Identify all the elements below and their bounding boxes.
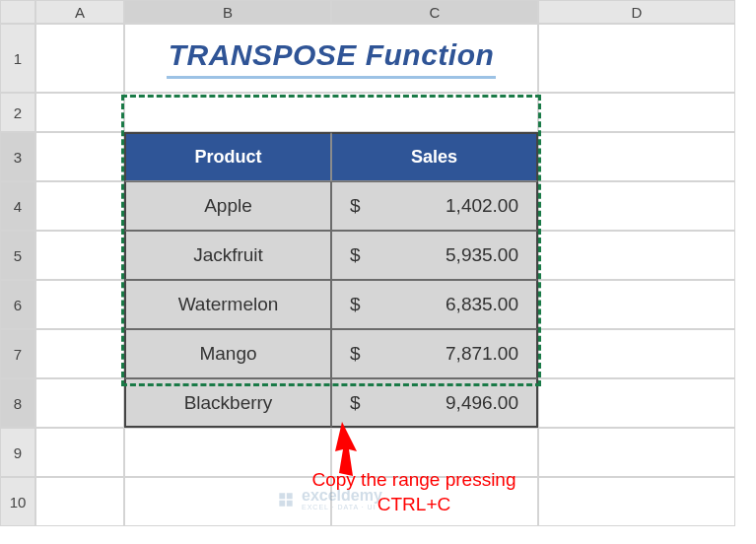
cell-bc2[interactable] <box>124 93 538 132</box>
cell-a8[interactable] <box>35 378 124 428</box>
row-header-5[interactable]: 5 <box>0 231 35 280</box>
sales-value: 5,935.00 <box>446 244 518 266</box>
cell-a9[interactable] <box>35 428 124 477</box>
table-header-product[interactable]: Product <box>124 132 331 181</box>
table-cell-product-0[interactable]: Apple <box>124 181 331 231</box>
cell-d6[interactable] <box>538 280 735 329</box>
cell-a3[interactable] <box>35 132 124 181</box>
cell-d7[interactable] <box>538 329 735 378</box>
table-cell-sales-2[interactable]: $6,835.00 <box>331 280 538 329</box>
row-header-2[interactable]: 2 <box>0 93 35 132</box>
sales-value: 9,496.00 <box>446 392 518 414</box>
select-all-corner[interactable] <box>0 0 35 24</box>
cell-d1[interactable] <box>538 24 735 93</box>
table-cell-sales-3[interactable]: $7,871.00 <box>331 329 538 378</box>
cell-a7[interactable] <box>35 329 124 378</box>
cell-d8[interactable] <box>538 378 735 428</box>
table-cell-sales-1[interactable]: $5,935.00 <box>331 231 538 280</box>
row-header-3[interactable]: 3 <box>0 132 35 181</box>
page-title: TRANSPOSE Function <box>167 38 497 79</box>
col-header-d[interactable]: D <box>538 0 735 24</box>
sales-value: 7,871.00 <box>446 343 518 365</box>
annotation-line1: Copy the range pressing <box>286 468 542 493</box>
annotation-line2: CTRL+C <box>286 493 542 517</box>
row-header-1[interactable]: 1 <box>0 24 35 93</box>
currency-symbol: $ <box>350 195 361 217</box>
currency-symbol: $ <box>350 244 361 266</box>
table-cell-product-1[interactable]: Jackfruit <box>124 231 331 280</box>
table-cell-sales-4[interactable]: $9,496.00 <box>331 378 538 428</box>
row-header-9[interactable]: 9 <box>0 428 35 477</box>
col-header-a[interactable]: A <box>35 0 124 24</box>
cell-d2[interactable] <box>538 93 735 132</box>
table-cell-product-4[interactable]: Blackberry <box>124 378 331 428</box>
sales-value: 1,402.00 <box>446 195 518 217</box>
cell-d9[interactable] <box>538 428 735 477</box>
table-cell-product-3[interactable]: Mango <box>124 329 331 378</box>
currency-symbol: $ <box>350 294 361 315</box>
cell-d4[interactable] <box>538 181 735 231</box>
row-header-8[interactable]: 8 <box>0 378 35 428</box>
spreadsheet-grid: A B C D 1 TRANSPOSE Function 2 3 Product… <box>0 0 756 526</box>
cell-a10[interactable] <box>35 477 124 526</box>
cell-d10[interactable] <box>538 477 735 526</box>
col-header-b[interactable]: B <box>124 0 331 24</box>
table-cell-sales-0[interactable]: $1,402.00 <box>331 181 538 231</box>
cell-d3[interactable] <box>538 132 735 181</box>
sales-value: 6,835.00 <box>446 294 518 315</box>
col-header-c[interactable]: C <box>331 0 538 24</box>
cell-a1[interactable] <box>35 24 124 93</box>
row-header-10[interactable]: 10 <box>0 477 35 526</box>
cell-a6[interactable] <box>35 280 124 329</box>
table-header-sales[interactable]: Sales <box>331 132 538 181</box>
row-header-6[interactable]: 6 <box>0 280 35 329</box>
title-cell[interactable]: TRANSPOSE Function <box>124 24 538 93</box>
cell-d5[interactable] <box>538 231 735 280</box>
cell-a2[interactable] <box>35 93 124 132</box>
currency-symbol: $ <box>350 343 361 365</box>
table-cell-product-2[interactable]: Watermelon <box>124 280 331 329</box>
row-header-7[interactable]: 7 <box>0 329 35 378</box>
annotation-text: Copy the range pressing CTRL+C <box>286 468 542 516</box>
cell-a5[interactable] <box>35 231 124 280</box>
cell-a4[interactable] <box>35 181 124 231</box>
currency-symbol: $ <box>350 392 361 414</box>
row-header-4[interactable]: 4 <box>0 181 35 231</box>
